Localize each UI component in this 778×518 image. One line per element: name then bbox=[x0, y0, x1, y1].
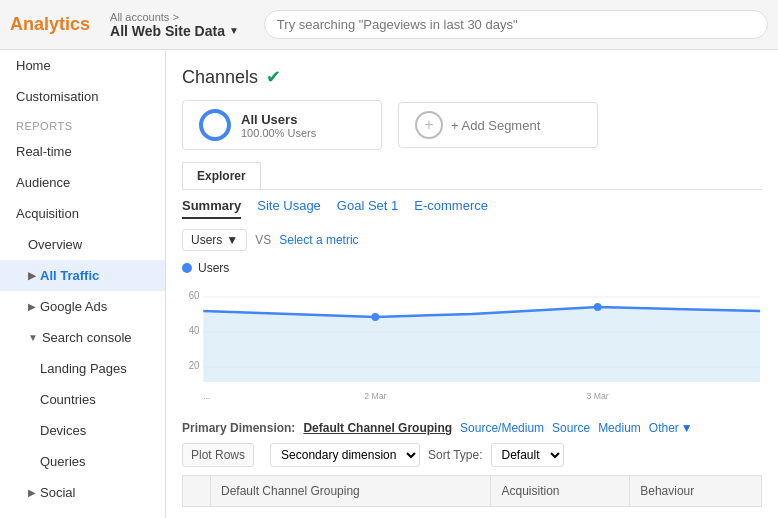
all-users-segment[interactable]: All Users 100.00% Users bbox=[182, 100, 382, 150]
sort-type-label: Sort Type: bbox=[428, 448, 482, 462]
sidebar-item-all-traffic[interactable]: ▶ All Traffic bbox=[0, 260, 165, 291]
table-toolbar: Plot Rows Secondary dimension Sort Type:… bbox=[182, 443, 762, 467]
add-segment-button[interactable]: + + Add Segment bbox=[398, 102, 598, 148]
svg-text:...: ... bbox=[203, 391, 210, 401]
dim-source-medium[interactable]: Source/Medium bbox=[460, 421, 544, 435]
sidebar-section-reports: REPORTS bbox=[0, 112, 165, 136]
sidebar-item-landing-pages[interactable]: Landing Pages bbox=[0, 353, 165, 384]
dim-medium[interactable]: Medium bbox=[598, 421, 641, 435]
dim-default-channel[interactable]: Default Channel Grouping bbox=[303, 421, 452, 435]
chart-svg: 60 40 20 ... 2 Mar 3 Mar bbox=[182, 279, 762, 409]
expand-arrow-icon: ▶ bbox=[28, 487, 36, 498]
analytics-logo: Analytics bbox=[10, 14, 90, 35]
page-title: Channels ✔ bbox=[182, 66, 762, 88]
top-bar: Analytics All accounts > All Web Site Da… bbox=[0, 0, 778, 50]
svg-marker-9 bbox=[203, 307, 760, 382]
sub-tabs: Summary Site Usage Goal Set 1 E-commerce bbox=[182, 198, 762, 219]
select-metric-link[interactable]: Select a metric bbox=[279, 233, 358, 247]
sidebar-item-devices[interactable]: Devices bbox=[0, 415, 165, 446]
primary-dimension-bar: Primary Dimension: Default Channel Group… bbox=[182, 421, 762, 435]
primary-dim-label: Primary Dimension: bbox=[182, 421, 295, 435]
sort-type-select[interactable]: Default bbox=[491, 443, 564, 467]
dropdown-arrow-icon: ▼ bbox=[229, 25, 239, 36]
explorer-tab-bar: Explorer bbox=[182, 162, 762, 190]
sidebar-item-queries[interactable]: Queries bbox=[0, 446, 165, 477]
sub-tab-site-usage[interactable]: Site Usage bbox=[257, 198, 321, 219]
vs-label: VS bbox=[255, 233, 271, 247]
sub-tab-goal-set[interactable]: Goal Set 1 bbox=[337, 198, 398, 219]
verified-icon: ✔ bbox=[266, 66, 281, 88]
table-header-acquisition: Acquisition bbox=[491, 476, 630, 507]
plot-rows-button[interactable]: Plot Rows bbox=[182, 443, 254, 467]
sub-tab-ecommerce[interactable]: E-commerce bbox=[414, 198, 488, 219]
dim-other-dropdown[interactable]: Other ▼ bbox=[649, 421, 693, 435]
sidebar-item-countries[interactable]: Countries bbox=[0, 384, 165, 415]
sidebar-item-acquisition[interactable]: Acquisition bbox=[0, 198, 165, 229]
metric-dropdown[interactable]: Users ▼ bbox=[182, 229, 247, 251]
dropdown-arrow-icon: ▼ bbox=[681, 421, 693, 435]
account-name-dropdown[interactable]: All Web Site Data ▼ bbox=[110, 23, 239, 39]
svg-point-10 bbox=[371, 313, 379, 321]
dropdown-arrow-icon: ▼ bbox=[226, 233, 238, 247]
expand-arrow-icon: ▶ bbox=[28, 301, 36, 312]
table-header-channel: Default Channel Grouping bbox=[211, 476, 491, 507]
table-header-checkbox bbox=[183, 476, 211, 507]
search-bar bbox=[264, 10, 768, 39]
sidebar-item-customisation[interactable]: Customisation bbox=[0, 81, 165, 112]
svg-point-11 bbox=[594, 303, 602, 311]
sidebar-item-realtime[interactable]: Real-time bbox=[0, 136, 165, 167]
tab-explorer[interactable]: Explorer bbox=[182, 162, 261, 189]
table-header-behaviour: Behaviour bbox=[630, 476, 762, 507]
add-segment-icon: + bbox=[415, 111, 443, 139]
chart-area: Users 60 40 20 ... 2 Mar 3 Mar bbox=[182, 261, 762, 409]
layout: Home Customisation REPORTS Real-time Aud… bbox=[0, 50, 778, 518]
secondary-dimension-select[interactable]: Secondary dimension bbox=[270, 443, 420, 467]
dim-source[interactable]: Source bbox=[552, 421, 590, 435]
segment-pct: 100.00% Users bbox=[241, 127, 316, 139]
svg-text:40: 40 bbox=[189, 325, 200, 336]
svg-text:3 Mar: 3 Mar bbox=[587, 391, 609, 401]
svg-text:20: 20 bbox=[189, 360, 200, 371]
add-segment-label: + Add Segment bbox=[451, 118, 540, 133]
sidebar: Home Customisation REPORTS Real-time Aud… bbox=[0, 50, 166, 518]
sidebar-item-home[interactable]: Home bbox=[0, 50, 165, 81]
segment-name: All Users bbox=[241, 112, 316, 127]
sidebar-item-search-console[interactable]: ▼ Search console bbox=[0, 322, 165, 353]
expand-arrow-icon: ▶ bbox=[28, 270, 36, 281]
main-content: Channels ✔ All Users 100.00% Users + + A… bbox=[166, 50, 778, 518]
search-input[interactable] bbox=[264, 10, 768, 39]
users-legend-dot bbox=[182, 263, 192, 273]
sidebar-item-audience[interactable]: Audience bbox=[0, 167, 165, 198]
sub-tab-summary[interactable]: Summary bbox=[182, 198, 241, 219]
sidebar-item-google-ads[interactable]: ▶ Google Ads bbox=[0, 291, 165, 322]
segment-circle-icon bbox=[199, 109, 231, 141]
sidebar-item-social[interactable]: ▶ Social bbox=[0, 477, 165, 508]
breadcrumb: All accounts > bbox=[110, 11, 239, 23]
expand-arrow-icon: ▼ bbox=[28, 332, 38, 343]
sidebar-item-overview[interactable]: Overview bbox=[0, 229, 165, 260]
sidebar-item-campaigns[interactable]: ▶ Campaigns bbox=[0, 508, 165, 518]
explorer-tabs: Explorer Summary Site Usage Goal Set 1 E… bbox=[182, 162, 762, 219]
metric-row: Users ▼ VS Select a metric bbox=[182, 229, 762, 251]
account-selector: All accounts > All Web Site Data ▼ bbox=[110, 11, 239, 39]
data-table: Default Channel Grouping Acquisition Beh… bbox=[182, 475, 762, 507]
svg-text:60: 60 bbox=[189, 290, 200, 301]
segment-bar: All Users 100.00% Users + + Add Segment bbox=[182, 100, 762, 150]
svg-text:2 Mar: 2 Mar bbox=[364, 391, 386, 401]
chart-legend: Users bbox=[182, 261, 762, 275]
